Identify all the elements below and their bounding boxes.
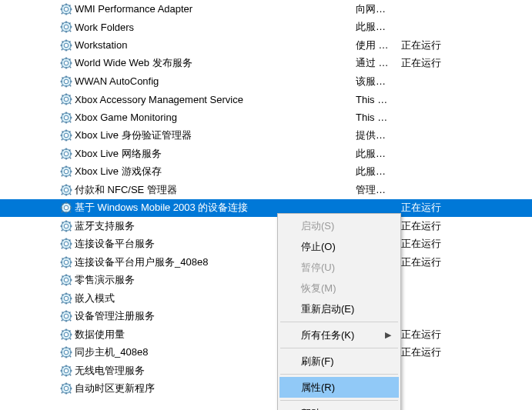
service-icon-cell [0,129,75,142]
service-row[interactable]: 同步主机_408e8正在运行 [0,344,532,362]
service-icon-cell [0,57,75,69]
svg-rect-191 [65,347,66,348]
service-gear-icon [60,165,72,178]
svg-rect-173 [61,316,62,317]
service-row[interactable]: Workstation使用 …正在运行 [0,36,532,55]
service-row[interactable]: 数据使用量正在运行 [0,325,532,344]
service-row[interactable]: World Wide Web 发布服务通过 …正在运行 [0,55,532,73]
service-icon-cell [0,112,75,124]
svg-rect-31 [65,58,66,59]
svg-rect-181 [65,328,66,330]
service-status: 正在运行 [401,56,532,70]
svg-rect-63 [61,117,62,118]
svg-rect-91 [65,166,66,168]
service-row[interactable]: 付款和 NFC/SE 管理器管理… [0,181,532,199]
service-name: Xbox Live 身份验证管理器 [75,128,356,142]
service-row[interactable]: Xbox Live 网络服务此服… [0,145,532,163]
menu-all-tasks[interactable]: 所有任务(K) ▶ [279,325,399,345]
service-name: Xbox Accessory Management Service [75,94,356,105]
svg-rect-13 [61,27,62,28]
menu-pause[interactable]: 暂停(U) [279,257,399,278]
menu-refresh[interactable]: 刷新(F) [279,351,399,372]
service-icon-cell [0,328,75,341]
svg-rect-154 [70,280,72,281]
svg-point-149 [64,260,69,265]
svg-point-69 [64,115,69,120]
service-row[interactable]: 设备管理注册服务 [0,308,532,326]
svg-rect-101 [65,184,66,185]
svg-point-129 [64,224,69,228]
service-row[interactable]: Xbox Game MonitoringThis … [0,108,532,127]
service-row[interactable]: 无线电管理服务 [0,362,532,380]
service-name: WWAN AutoConfig [75,75,356,87]
service-icon-cell [0,184,75,196]
menu-restart[interactable]: 重新启动(E) [279,298,399,319]
svg-point-179 [64,314,69,318]
svg-rect-92 [65,175,66,177]
service-row[interactable]: Xbox Live 身份验证管理器提供… [0,127,532,145]
svg-point-49 [64,79,69,84]
service-gear-icon [60,274,72,286]
svg-point-9 [64,7,69,12]
service-row[interactable]: 嵌入模式 [0,289,532,308]
svg-point-19 [64,25,69,29]
svg-rect-74 [70,135,72,136]
service-status: 正在运行 [401,201,532,215]
service-icon-cell [0,365,75,377]
service-gear-icon [60,39,72,52]
menu-stop[interactable]: 停止(O) [279,236,399,257]
service-row[interactable]: Xbox Live 游戏保存此服… [0,163,532,182]
service-description: 提供… [356,128,401,142]
submenu-arrow-icon: ▶ [385,325,391,345]
service-row[interactable]: WWAN AutoConfig该服… [0,72,532,91]
menu-help[interactable]: 帮助(H) [279,403,399,410]
svg-rect-94 [70,172,72,172]
service-row[interactable]: Work Folders此服… [0,18,532,37]
service-row[interactable]: 连接设备平台服务正在运行 [0,235,532,254]
svg-rect-212 [65,392,66,394]
service-row[interactable]: 连接设备平台用户服务_408e8正在运行 [0,253,532,272]
menu-resume[interactable]: 恢复(M) [279,278,399,298]
svg-rect-122 [65,230,66,232]
service-row[interactable]: 零售演示服务 [0,272,532,290]
service-row[interactable]: 基于 Windows Mobile 2003 的设备连接正在运行 [0,199,532,218]
svg-rect-43 [61,81,62,82]
svg-rect-24 [70,45,72,45]
svg-rect-21 [65,39,66,41]
svg-rect-203 [61,370,62,371]
service-gear-icon [60,256,72,268]
svg-point-59 [64,97,69,102]
svg-rect-174 [70,316,72,317]
service-row[interactable]: WMI Performance Adapter向网… [0,0,532,18]
svg-point-99 [64,169,69,174]
service-status: 正在运行 [401,237,532,251]
service-row[interactable]: 蓝牙支持服务正在运行 [0,217,532,235]
service-icon-cell [0,75,75,88]
svg-rect-141 [65,256,66,258]
svg-rect-12 [65,31,66,32]
service-status: 正在运行 [401,219,532,233]
svg-point-39 [64,61,69,65]
context-menu: 启动(S) 停止(O) 暂停(U) 恢复(M) 重新启动(E) 所有任务(K) … [277,213,401,410]
svg-rect-162 [65,302,66,304]
svg-rect-171 [65,311,66,312]
svg-rect-163 [61,298,62,298]
service-gear-icon [60,93,72,105]
svg-rect-81 [65,148,66,149]
service-row[interactable]: Xbox Accessory Management ServiceThis … [0,91,532,109]
service-name: Xbox Game Monitoring [75,112,356,123]
service-icon-cell [0,93,75,105]
service-name: WMI Performance Adapter [75,3,356,15]
service-gear-icon [60,238,72,250]
menu-start[interactable]: 启动(S) [279,215,399,236]
service-description: 此服… [356,20,401,34]
svg-point-139 [64,242,69,246]
svg-point-109 [64,188,69,192]
service-icon-cell [0,256,75,268]
svg-rect-134 [70,244,72,245]
svg-rect-103 [61,189,62,190]
service-row[interactable]: 自动时区更新程序 [0,380,532,398]
service-icon-cell [0,202,75,214]
svg-rect-182 [65,338,66,340]
menu-properties[interactable]: 属性(R) [279,377,399,398]
